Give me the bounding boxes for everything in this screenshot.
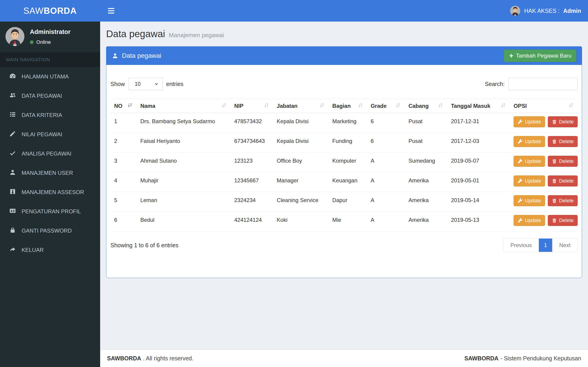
page-footer: SAWBORDA. All rights reserved. SAWBORDA-… [100,350,588,367]
update-button[interactable]: Update [514,175,545,186]
cell-nip: 6734734643 [231,133,273,152]
update-button-label: Update [525,139,541,144]
column-header-nama[interactable]: Nama [137,99,231,113]
table-footer: Showing 1 to 6 of 6 entries Previous 1 N… [111,238,578,252]
pagination-previous[interactable]: Previous [503,239,539,252]
update-button-label: Update [525,178,541,184]
column-header-inner: Jabatan [277,102,325,110]
list-icon [9,111,16,119]
delete-button[interactable]: Delete [548,116,578,127]
cell-no: 1 [111,113,137,133]
sidebar-item-halaman-utama[interactable]: HALAMAN UTAMA [0,67,100,86]
sidebar-toggle-button[interactable] [108,5,120,17]
update-button[interactable]: Update [514,116,545,127]
table-head: NONamaNIPJabatanBagianGradeCabangTanggal… [111,99,578,113]
delete-button[interactable]: Delete [548,156,578,167]
cell-jabatan: Office Boy [273,152,329,172]
user-icon [112,52,118,59]
delete-button[interactable]: Delete [548,175,578,186]
delete-button[interactable]: Delete [548,215,578,226]
column-header-nip[interactable]: NIP [231,99,273,113]
column-header-inner: OPSI [514,102,574,110]
black-tie-icon [9,188,16,196]
footer-right-brand: SAWBORDA [464,355,499,361]
pagination-page-1[interactable]: 1 [539,239,552,252]
update-button[interactable]: Update [514,156,545,167]
sidebar-item-data-kriteria[interactable]: DATA KRITERIA [0,106,100,125]
sidebar-item-ganti-password[interactable]: GANTI PASSWORD [0,221,100,240]
entries-select[interactable]: 10 [129,78,163,90]
pagination-next[interactable]: Next [552,239,578,252]
app-logo[interactable]: SAWBORDA [0,0,100,22]
sidebar-item-pengaturan-profil[interactable]: PENGATURAN PROFIL [0,202,100,221]
table-row: 2Faisal Heriyanto6734734643Kepala Divisi… [111,133,578,152]
cell-jabatan: Cleaning Service [273,192,329,212]
column-label: NO [114,103,122,109]
sidebar-item-data-pegawai[interactable]: DATA PEGAWAI [0,86,100,106]
column-header-cabang[interactable]: Cabang [405,99,447,113]
search-input[interactable] [508,78,578,90]
dashboard-icon [9,73,16,81]
column-header-inner: NO [114,102,133,110]
data-pegawai-panel: Data pegawai Tambah Pegawai Baru Show 10… [106,46,582,278]
cell-opsi: UpdateDelete [510,152,578,172]
column-header-jabatan[interactable]: Jabatan [273,99,329,113]
sidebar-item-manajemen-user[interactable]: MANAJEMEN USER [0,163,100,183]
cell-nip: 2324234 [231,192,273,212]
hamburger-icon [108,8,114,9]
delete-button-label: Delete [559,158,574,164]
entries-select-value: 10 [135,81,141,87]
cell-jabatan: Koki [273,212,329,232]
sort-icon [221,102,227,110]
cell-bagian: Dapur [329,192,367,212]
column-header-grade[interactable]: Grade [367,99,405,113]
add-employee-button[interactable]: Tambah Pegawai Baru [504,50,576,62]
footer-left: SAWBORDA. All rights reserved. [107,355,193,362]
sidebar-item-label: KELUAR [22,247,44,253]
update-button[interactable]: Update [514,136,545,147]
sidebar-item-keluar[interactable]: KELUAR [0,240,100,260]
update-button[interactable]: Update [514,195,545,206]
sort-icon [568,102,574,110]
update-button-label: Update [525,158,541,164]
table-info: Showing 1 to 6 of 6 entries [111,242,179,249]
column-label: Jabatan [277,103,298,109]
column-header-tanggal-masuk[interactable]: Tanggal Masuk [447,99,510,113]
cell-cabang: Sumedang [405,152,447,172]
sidebar-user-status[interactable]: Online [30,39,70,45]
cell-cabang: Amerika [405,172,447,192]
update-button[interactable]: Update [514,215,545,226]
cell-no: 6 [111,212,137,232]
sidebar-item-nilai-pegawai[interactable]: NILAI PEGAWAI [0,125,100,144]
cell-no: 3 [111,152,137,172]
column-label: Grade [371,103,387,109]
pencil-icon [9,130,16,139]
footer-left-text: . All rights reserved. [143,355,194,361]
column-header-no[interactable]: NO [111,99,137,113]
cell-grade: A [367,152,405,172]
content-area: Data pegawai Manajemen pegawai Data pega… [100,22,588,350]
delete-button-label: Delete [559,139,574,144]
cell-cabang: Amerika [405,192,447,212]
delete-button[interactable]: Delete [548,136,578,147]
cell-opsi: UpdateDelete [510,113,578,133]
column-header-bagian[interactable]: Bagian [329,99,367,113]
cell-bagian: Mie [329,212,367,232]
wrench-icon [518,198,523,203]
users-icon [9,92,16,100]
chevron-down-icon [154,81,159,87]
cell-cabang: Pusat [405,133,447,152]
sidebar-item-manajemen-assesor[interactable]: MANAJEMEN ASSESOR [0,183,100,202]
cell-grade: 6 [367,133,405,152]
header-user-menu[interactable]: HAK AKSES : Admin [510,6,581,16]
sidebar-item-label: PENGATURAN PROFIL [22,208,81,215]
footer-left-brand: SAWBORDA [107,355,141,361]
cell-tanggal-masuk: 2019-05-13 [447,212,510,232]
wrench-icon [518,159,523,164]
sidebar-item-analisa-pegawai[interactable]: ANALISA PEGAWAI [0,144,100,163]
column-header-opsi[interactable]: OPSI [510,99,578,113]
trash-icon [552,159,557,164]
delete-button[interactable]: Delete [548,195,578,206]
content-header: Data pegawai Manajemen pegawai [100,22,588,40]
top-navbar: HAK AKSES : Admin [100,0,588,22]
